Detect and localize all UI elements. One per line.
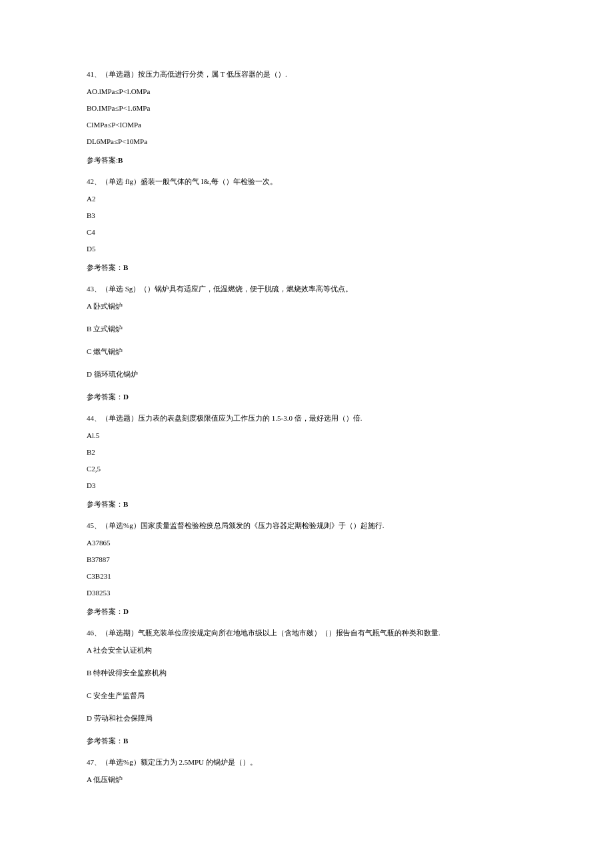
question-body: 额定压力为 2.5MPU 的锅炉是（）。 (141, 758, 257, 766)
question-option: B3 (87, 208, 526, 223)
answer-value: B (123, 737, 128, 745)
question-option: A 低压锅炉 (87, 772, 526, 787)
question-body: 气瓶充装单位应按规定向所在地地市级以上（含地市皴）（）报告自有气瓶气瓶的种类和数… (138, 629, 440, 637)
question-text: 43、（单选 Sg）（）锅炉具有适应广，低温燃烧，便于脱硫，燃烧效率高等优点。 (87, 281, 526, 296)
question-option: D38253 (87, 585, 526, 600)
question-option: AO.lMPa≤P<l.OMPa (87, 84, 526, 99)
question-text: 45、（单选%g）国家质量监督检验检疫总局颁发的《压力容器定期检验规则》于（）起… (87, 518, 526, 533)
question-body: 压力表的表盘刻度极限值应为工作压力的 1.5-3.0 倍，最好选用（）倍. (138, 414, 362, 422)
question-option: B37887 (87, 552, 526, 567)
question-option: B2 (87, 445, 526, 459)
question-number: 46、 (87, 629, 101, 637)
question-option: C 燃气锅炉 (87, 344, 526, 359)
question-option: A 社会安全认证机构 (87, 643, 526, 657)
question-option: D 循环琉化锅炉 (87, 367, 526, 381)
question-option: C 安全生产监督局 (87, 688, 526, 703)
question-number: 41、 (87, 70, 101, 78)
question-option: B 特种设得安全监察机构 (87, 665, 526, 680)
question-option: A2 (87, 191, 526, 206)
question-number: 44、 (87, 414, 101, 422)
question-option: C3B231 (87, 569, 526, 583)
question-number: 45、 (87, 521, 101, 529)
question-text: 41、（单选题）按压力高低进行分类，属 T 低压容器的是（）. (87, 67, 526, 81)
question-block: 44、（单选题）压力表的表盘刻度极限值应为工作压力的 1.5-3.0 倍，最好选… (87, 411, 526, 511)
answer-line: 参考答案：D (87, 604, 526, 619)
question-type: （单选%g） (101, 521, 141, 529)
question-type: （单选题） (101, 414, 138, 422)
question-body: 国家质量监督检验检疫总局颁发的《压力容器定期检验规则》于（）起施行. (141, 521, 384, 529)
question-option: BO.IMPa≤P<1.6MPa (87, 101, 526, 115)
answer-value: D (123, 607, 129, 615)
document-content: 41、（单选题）按压力高低进行分类，属 T 低压容器的是（）.AO.lMPa≤P… (87, 67, 526, 787)
question-block: 47、（单选%g）额定压力为 2.5MPU 的锅炉是（）。A 低压锅炉 (87, 755, 526, 787)
answer-value: B (123, 500, 128, 508)
answer-line: 参考答案：B (87, 733, 526, 748)
answer-line: 参考答案：D (87, 389, 526, 404)
question-option: B 立式锅炉 (87, 321, 526, 336)
answer-label: 参考答案： (87, 393, 123, 401)
question-type: （单选期） (101, 629, 138, 637)
question-option: D5 (87, 241, 526, 256)
question-text: 42、（单选 flg）盛装一般气体的气 I&,每（）年检验一次。 (87, 174, 526, 189)
question-option: C4 (87, 225, 526, 239)
answer-value: B (118, 156, 123, 164)
question-body: 按压力高低进行分类，属 T 低压容器的是（）. (138, 70, 287, 78)
question-type: （单选题） (101, 70, 138, 78)
answer-label: 参考答案： (87, 737, 123, 745)
question-type: （单选 flg） (101, 177, 141, 185)
answer-value: D (123, 393, 129, 401)
question-option: DL6MPa≤P<10MPa (87, 134, 526, 149)
question-option: D 劳动和社会保障局 (87, 711, 526, 725)
question-type: （单选 Sg） (101, 285, 140, 293)
question-block: 43、（单选 Sg）（）锅炉具有适应广，低温燃烧，便于脱硫，燃烧效率高等优点。A… (87, 281, 526, 404)
question-block: 42、（单选 flg）盛装一般气体的气 I&,每（）年检验一次。A2B3C4D5… (87, 174, 526, 275)
question-option: Al.5 (87, 428, 526, 443)
question-number: 43、 (87, 285, 101, 293)
question-text: 46、（单选期）气瓶充装单位应按规定向所在地地市级以上（含地市皴）（）报告自有气… (87, 625, 526, 640)
answer-label: 参考答案： (87, 607, 123, 615)
question-option: ClMPa≤P<IOMPa (87, 117, 526, 132)
question-text: 47、（单选%g）额定压力为 2.5MPU 的锅炉是（）。 (87, 755, 526, 769)
question-number: 42、 (87, 177, 101, 185)
question-option: D3 (87, 478, 526, 493)
answer-line: 参考答案：B (87, 260, 526, 275)
question-type: （单选%g） (101, 758, 141, 766)
question-block: 45、（单选%g）国家质量监督检验检疫总局颁发的《压力容器定期检验规则》于（）起… (87, 518, 526, 619)
question-option: A 卧式锅炉 (87, 299, 526, 313)
question-text: 44、（单选题）压力表的表盘刻度极限值应为工作压力的 1.5-3.0 倍，最好选… (87, 411, 526, 425)
question-block: 41、（单选题）按压力高低进行分类，属 T 低压容器的是（）.AO.lMPa≤P… (87, 67, 526, 167)
question-option: A37865 (87, 535, 526, 550)
question-body: 盛装一般气体的气 I&,每（）年检验一次。 (141, 177, 277, 185)
answer-line: 参考答案：B (87, 497, 526, 511)
question-option: C2,5 (87, 461, 526, 476)
question-block: 46、（单选期）气瓶充装单位应按规定向所在地地市级以上（含地市皴）（）报告自有气… (87, 625, 526, 748)
answer-line: 参考答案:B (87, 153, 526, 167)
answer-label: 参考答案: (87, 156, 118, 164)
answer-value: B (123, 263, 128, 271)
answer-label: 参考答案： (87, 500, 123, 508)
question-number: 47、 (87, 758, 101, 766)
question-body: （）锅炉具有适应广，低温燃烧，便于脱硫，燃烧效率高等优点。 (140, 285, 352, 293)
answer-label: 参考答案： (87, 263, 123, 271)
